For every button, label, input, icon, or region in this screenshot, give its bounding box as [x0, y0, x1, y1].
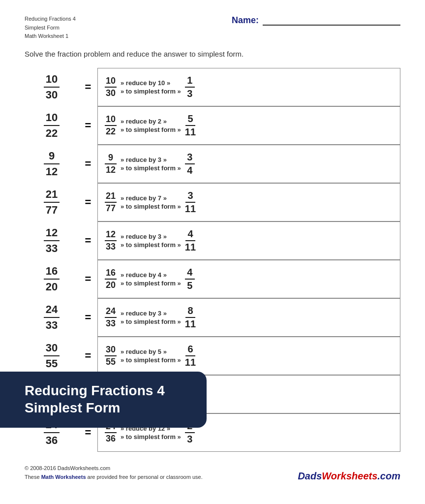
result-fraction: 8 11 — [185, 305, 196, 330]
answer-arrows: » reduce by 3 » » to simplest form » — [121, 156, 181, 172]
problem-fraction-cell: 9 12 — [25, 145, 79, 183]
answer-fraction: 21 77 — [105, 191, 117, 214]
problem-numerator: 9 — [44, 150, 60, 164]
problem-fraction: 24 33 — [44, 303, 60, 332]
header-left: Reducing Fractions 4 Simplest Form Math … — [25, 15, 76, 41]
result-numerator: 1 — [185, 75, 195, 88]
answer-numerator: 12 — [105, 229, 117, 241]
overlay-title1: Reducing Fractions 4 — [25, 382, 192, 399]
simplest-arrow: » to simplest form » — [121, 356, 181, 364]
reduce-arrow: » reduce by 3 » — [121, 156, 181, 163]
result-numerator: 4 — [185, 228, 195, 241]
answer-arrows: » reduce by 5 » » to simplest form » — [121, 348, 181, 364]
answer-denominator: 55 — [105, 356, 117, 367]
result-fraction: 3 11 — [185, 190, 196, 215]
answer-cell: 10 30 » reduce by 10 » » to simplest for… — [97, 68, 400, 106]
equals-sign: = — [79, 260, 97, 298]
footer: © 2008-2016 DadsWorksheets.com These Mat… — [25, 464, 400, 482]
reduce-arrow: » reduce by 3 » — [121, 233, 181, 240]
worksheet-page: Reducing Fractions 4 Simplest Form Math … — [0, 0, 425, 504]
title-line1: Reducing Fractions 4 — [25, 15, 76, 24]
equals-sign: = — [79, 145, 97, 183]
reduce-arrow: » reduce by 4 » — [121, 271, 181, 279]
answer-cell: 10 22 » reduce by 2 » » to simplest form… — [97, 106, 400, 145]
answer-arrows: » reduce by 10 » » to simplest form » — [121, 79, 181, 95]
title-line3: Math Worksheet 1 — [25, 32, 76, 41]
problem-denominator: 30 — [44, 88, 60, 101]
problem-row: 21 77 = 21 77 » reduce by 7 » » to simpl… — [25, 183, 400, 221]
problem-denominator: 22 — [44, 126, 60, 140]
problem-row: 30 55 = 30 55 » reduce by 5 » » to simpl… — [25, 337, 400, 375]
result-denominator: 3 — [185, 88, 195, 99]
problem-denominator: 77 — [44, 203, 60, 217]
answer-fraction: 16 20 — [105, 268, 117, 290]
answer-fraction: 24 33 — [105, 306, 117, 329]
problem-row: 16 20 = 16 20 » reduce by 4 » » to simpl… — [25, 260, 400, 298]
name-input-line[interactable] — [263, 15, 400, 26]
problem-numerator: 30 — [44, 342, 60, 356]
answer-numerator: 21 — [105, 191, 117, 203]
problem-numerator: 12 — [44, 226, 60, 241]
answer-cell: 16 20 » reduce by 4 » » to simplest form… — [97, 260, 400, 298]
result-numerator: 5 — [185, 113, 195, 126]
answer-arrows: » reduce by 4 » » to simplest form » — [121, 271, 181, 287]
footer-logo: DadsWorksheets.com — [298, 471, 400, 482]
answer-box: 10 22 » reduce by 2 » » to simplest form… — [105, 111, 393, 140]
name-label: Name: — [232, 15, 259, 26]
answer-cell: 12 33 » reduce by 3 » » to simplest form… — [97, 221, 400, 260]
result-denominator: 11 — [185, 356, 196, 368]
reduce-arrow: » reduce by 2 » — [121, 118, 181, 125]
simplest-arrow: » to simplest form » — [121, 126, 181, 133]
result-denominator: 11 — [185, 126, 196, 138]
problem-numerator: 16 — [44, 265, 60, 280]
logo-dotcom: .com — [377, 471, 400, 481]
header: Reducing Fractions 4 Simplest Form Math … — [25, 15, 400, 41]
answer-denominator: 30 — [105, 88, 117, 98]
answer-numerator: 10 — [105, 114, 117, 126]
answer-fraction: 9 12 — [105, 153, 117, 175]
problem-fraction-cell: 24 33 — [25, 298, 79, 337]
footer-left: © 2008-2016 DadsWorksheets.com These Mat… — [25, 464, 203, 482]
answer-numerator: 9 — [105, 153, 117, 164]
answer-box: 16 20 » reduce by 4 » » to simplest form… — [105, 265, 393, 293]
answer-fraction: 10 30 — [105, 76, 117, 98]
problem-fraction: 9 12 — [44, 150, 60, 178]
answer-box: 9 12 » reduce by 3 » » to simplest form … — [105, 150, 393, 178]
answer-arrows: » reduce by 3 » » to simplest form » — [121, 310, 181, 325]
problem-fraction-cell: 21 77 — [25, 183, 79, 221]
result-denominator: 11 — [185, 241, 196, 253]
problem-row: 10 22 = 10 22 » reduce by 2 » » to simpl… — [25, 106, 400, 145]
answer-denominator: 22 — [105, 126, 117, 137]
instructions: Solve the fraction problem and reduce th… — [25, 50, 400, 58]
answer-numerator: 30 — [105, 345, 117, 356]
reduce-arrow: » reduce by 7 » — [121, 194, 181, 202]
result-fraction: 6 11 — [185, 344, 196, 368]
footer-link[interactable]: Math Worksheets — [41, 474, 86, 480]
result-numerator: 4 — [185, 267, 195, 280]
result-fraction: 4 5 — [185, 267, 195, 291]
result-denominator: 5 — [185, 280, 195, 291]
answer-box: 21 77 » reduce by 7 » » to simplest form… — [105, 188, 393, 217]
answer-box: 30 55 » reduce by 5 » » to simplest form… — [105, 342, 393, 370]
answer-numerator: 10 — [105, 76, 117, 88]
answer-fraction: 12 33 — [105, 229, 117, 252]
overlay-title2: Simplest Form — [25, 399, 192, 417]
answer-fraction: 10 22 — [105, 114, 117, 137]
logo-dads: Dads — [298, 471, 322, 481]
answer-fraction: 30 55 — [105, 345, 117, 367]
simplest-arrow: » to simplest form » — [121, 88, 181, 95]
equals-sign: = — [79, 68, 97, 106]
answer-arrows: » reduce by 2 » » to simplest form » — [121, 118, 181, 133]
result-denominator: 11 — [185, 318, 196, 330]
equals-sign: = — [79, 221, 97, 260]
problem-fraction: 12 33 — [44, 226, 60, 255]
logo-worksheets: Worksheets — [322, 471, 377, 481]
problem-fraction: 10 22 — [44, 111, 60, 140]
simplest-arrow: » to simplest form » — [121, 433, 181, 441]
problem-fraction: 16 20 — [44, 265, 60, 293]
reduce-arrow: » reduce by 5 » — [121, 348, 181, 355]
answer-denominator: 77 — [105, 203, 117, 214]
result-fraction: 1 3 — [185, 75, 195, 99]
problem-numerator: 24 — [44, 303, 60, 318]
simplest-arrow: » to simplest form » — [121, 203, 181, 210]
